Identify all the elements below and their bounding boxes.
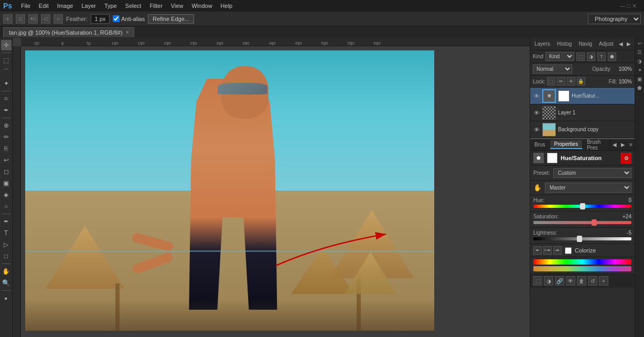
tab-close-button[interactable]: × — [126, 29, 129, 35]
hand-tool[interactable]: ✋ — [1, 266, 12, 277]
menu-layer[interactable]: Layer — [78, 2, 100, 10]
heal-tool[interactable]: ⊕ — [1, 120, 12, 131]
preset-select[interactable]: Custom Default Cyanotype Sepia — [553, 168, 631, 178]
lock-all-btn[interactable]: 🔒 — [577, 77, 585, 86]
add-mask-icon[interactable]: ⬚ — [533, 276, 542, 286]
menu-type[interactable]: Type — [101, 2, 121, 10]
ruler-tick: 0 — [49, 41, 76, 46]
properties-tab[interactable]: Properties — [550, 140, 583, 149]
document-tab[interactable]: tan.jpg @ 100% (Hue/Saturation 1, RGB/8#… — [3, 27, 134, 37]
layer-item-bgcopy[interactable]: 👁 Background copy — [530, 121, 635, 138]
magic-wand-tool[interactable]: ✦ — [1, 78, 12, 89]
marquee-tool[interactable]: ⬚ — [1, 55, 12, 66]
kind-select[interactable]: Kind — [545, 52, 574, 61]
add-sel-icon[interactable]: +□ — [28, 14, 38, 24]
layer-item-layer1[interactable]: 👁 Layer 1 — [530, 104, 635, 121]
layer-item-huesat[interactable]: 👁 ⬟ Hue/Satur... — [530, 88, 635, 104]
refresh-icon[interactable]: ↺ — [588, 276, 597, 286]
colorize-checkbox[interactable] — [565, 247, 572, 254]
crop-tool[interactable]: ⌗ — [1, 93, 12, 104]
eyedropper-add-btn[interactable]: +✒ — [543, 246, 552, 255]
layer-visibility-layer1[interactable]: 👁 — [533, 110, 540, 116]
add-adjustment-icon[interactable]: ◑ — [544, 276, 553, 286]
layer-filter-type[interactable]: T — [597, 52, 606, 61]
sub-sel-icon[interactable]: -□ — [41, 14, 50, 24]
stamp-tool[interactable]: ⎘ — [1, 143, 12, 154]
panel-scroll-left[interactable]: ◀ — [617, 41, 625, 47]
link-layers-icon[interactable]: 🔗 — [555, 276, 564, 286]
props-menu-icon[interactable]: ≡ — [627, 142, 635, 148]
swatches-strip-icon[interactable]: ▣ — [636, 75, 643, 82]
tool-select-icon[interactable]: ⊹ — [3, 14, 13, 24]
adjustments-strip-icon[interactable]: ◑ — [636, 57, 643, 65]
layer-filter-shape[interactable]: ⬟ — [608, 52, 616, 61]
intersect-sel-icon[interactable]: ∩ — [53, 14, 63, 24]
menu-filter[interactable]: Filter — [146, 2, 166, 10]
styles-strip-icon[interactable]: ✦ — [636, 66, 643, 73]
saturation-label: Saturation: — [533, 214, 559, 219]
move-tool[interactable]: ✛ — [1, 40, 12, 50]
dodge-tool[interactable]: ○ — [1, 201, 12, 212]
navigator-tab[interactable]: Navig — [575, 40, 595, 48]
eyedropper-sample-btn[interactable]: ✒ — [533, 246, 542, 255]
menu-help[interactable]: Help — [217, 2, 237, 10]
brush-pres-tab[interactable]: Brush Pres — [583, 138, 610, 152]
props-scroll-left[interactable]: ◀ — [610, 142, 619, 148]
channel-select[interactable]: Master Reds Yellows Greens — [545, 183, 631, 193]
feather-input[interactable] — [91, 14, 110, 24]
add-layer-icon[interactable]: + — [599, 276, 608, 286]
eyedropper-tool[interactable]: ✒ — [1, 105, 12, 115]
history-tool[interactable]: ↩ — [1, 155, 12, 165]
props-scroll-right[interactable]: ▶ — [619, 142, 627, 148]
blend-mode-select[interactable]: Normal — [533, 65, 572, 73]
lock-position-btn[interactable]: ✛ — [567, 77, 575, 86]
eyedropper-sub-btn[interactable]: -✒ — [553, 246, 562, 255]
refine-edge-button[interactable]: Refine Edge... — [148, 14, 194, 24]
menu-select[interactable]: Select — [122, 2, 145, 10]
history-strip-icon[interactable]: ↩ — [636, 39, 643, 47]
anti-alias-checkbox[interactable] — [113, 15, 120, 22]
panel-scroll-right[interactable]: ▶ — [625, 41, 632, 47]
brush-tab[interactable]: Brus — [530, 141, 550, 149]
path-select-tool[interactable]: ▷ — [1, 239, 12, 250]
trash-icon[interactable]: 🗑 — [577, 276, 586, 286]
color-strip-icon[interactable]: ⬟ — [636, 84, 643, 91]
menu-edit[interactable]: Edit — [35, 2, 52, 10]
brush-tool[interactable]: ✏ — [1, 132, 12, 142]
lock-transparent-btn[interactable]: ⬚ — [547, 77, 555, 86]
layer-filter-pixel[interactable]: ⬚ — [576, 52, 585, 61]
menu-file[interactable]: File — [17, 2, 34, 10]
text-tool[interactable]: T — [1, 228, 12, 238]
blur-tool[interactable]: ◈ — [1, 189, 12, 200]
adjustments-tab[interactable]: Adjust — [596, 40, 617, 48]
workspace-select[interactable]: Photography — [588, 14, 641, 24]
lightness-slider-thumb[interactable] — [577, 236, 582, 242]
menu-window[interactable]: Window — [188, 2, 216, 10]
lightness-slider-track[interactable] — [533, 237, 631, 240]
menu-view[interactable]: View — [167, 2, 187, 10]
layers-tab[interactable]: Layers — [531, 40, 553, 48]
eraser-tool[interactable]: ◻ — [1, 166, 12, 177]
shape-tool[interactable]: □ — [1, 251, 12, 261]
pen-tool[interactable]: ✒ — [1, 216, 12, 227]
saturation-slider-track[interactable] — [533, 221, 631, 224]
saturation-slider-thumb[interactable] — [592, 219, 597, 226]
hue-slider-thumb[interactable] — [580, 203, 585, 209]
new-sel-icon[interactable]: □ — [16, 14, 25, 24]
foreground-color[interactable]: ■ — [1, 293, 12, 303]
histogram-tab[interactable]: Histog — [554, 40, 575, 48]
layer-visibility-bgcopy[interactable]: 👁 — [533, 127, 540, 133]
layer-visibility-huesat[interactable]: 👁 — [533, 93, 540, 99]
zoom-tool[interactable]: 🔍 — [1, 278, 12, 288]
menu-image[interactable]: Image — [53, 2, 77, 10]
lasso-tool[interactable]: ⌒ — [1, 67, 12, 77]
layers-strip-icon[interactable]: ☰ — [636, 48, 643, 56]
far-right-strip: ↩ ☰ ◑ ✦ ▣ ⬟ — [635, 38, 644, 337]
hue-slider-track[interactable] — [533, 205, 631, 208]
anti-alias-checkbox-area[interactable]: Anti-alias — [113, 15, 145, 22]
visibility-icon[interactable]: 👁 — [566, 276, 575, 286]
properties-settings-button[interactable]: ⚙ — [621, 153, 631, 163]
layer-filter-adjust[interactable]: ◑ — [587, 52, 595, 61]
gradient-tool[interactable]: ▣ — [1, 178, 12, 188]
lock-image-btn[interactable]: ✏ — [557, 77, 565, 86]
